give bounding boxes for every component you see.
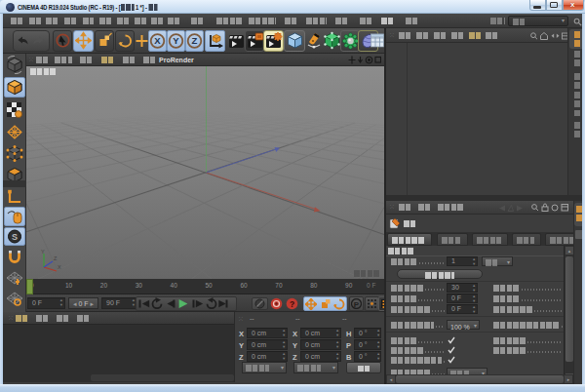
svg-text:Z: Z: [192, 35, 198, 46]
svg-text:Y: Y: [173, 35, 179, 46]
svg-text:P: P: [354, 300, 360, 309]
svg-text:X: X: [58, 264, 61, 270]
svg-text:Y: Y: [41, 249, 45, 255]
svg-text:?: ?: [290, 299, 294, 309]
svg-text:X: X: [154, 35, 161, 46]
svg-text:Z: Z: [54, 255, 58, 261]
svg-text:S: S: [12, 232, 18, 242]
